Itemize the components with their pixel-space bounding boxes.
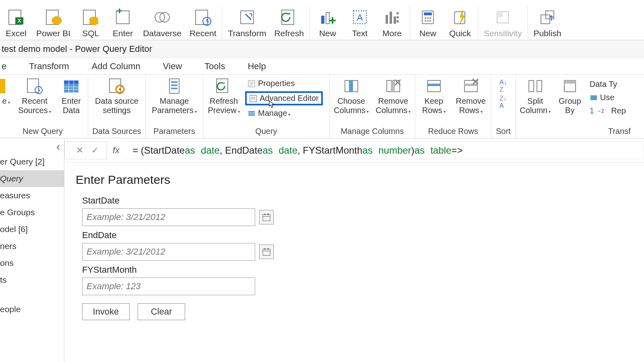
date-picker-button[interactable] bbox=[259, 210, 274, 224]
svg-rect-59 bbox=[171, 88, 178, 89]
formula-bar: ✕ ✓ fx = (StartDate as date , EndDate as… bbox=[64, 138, 644, 162]
recent-sources-button[interactable]: Recent bbox=[186, 0, 221, 40]
enter-parameters-panel: Enter Parameters StartDate EndDate bbox=[64, 162, 644, 320]
keep-rows-button[interactable]: KeepRows bbox=[418, 76, 450, 116]
svg-point-27 bbox=[396, 16, 399, 19]
properties-button[interactable]: Properties bbox=[245, 78, 323, 89]
choose-columns-button[interactable]: ChooseColumns bbox=[332, 76, 371, 116]
dataverse-button[interactable]: Dataverse bbox=[139, 0, 186, 40]
commit-formula-button[interactable]: ✓ bbox=[91, 145, 99, 156]
powerbi-button[interactable]: Power BI bbox=[32, 0, 74, 40]
clear-button[interactable]: Clear bbox=[138, 303, 185, 320]
svg-rect-42 bbox=[0, 79, 5, 93]
calendar-icon bbox=[262, 247, 271, 256]
enter-data-button[interactable]: EnterData bbox=[57, 76, 85, 116]
tab-help[interactable]: Help bbox=[236, 59, 277, 74]
svg-rect-78 bbox=[427, 84, 440, 86]
fx-icon[interactable]: fx bbox=[113, 145, 120, 156]
invoke-button[interactable]: Invoke bbox=[82, 303, 130, 320]
fystartmonth-input[interactable] bbox=[82, 278, 255, 295]
svg-rect-18 bbox=[326, 12, 329, 24]
group-by-button[interactable]: GroupBy bbox=[556, 76, 584, 116]
svg-rect-65 bbox=[250, 95, 256, 102]
date-picker-button[interactable] bbox=[259, 245, 274, 259]
refresh-button[interactable]: Refresh bbox=[270, 0, 308, 40]
enddate-input[interactable] bbox=[82, 243, 255, 261]
svg-rect-88 bbox=[263, 214, 270, 221]
pq-home-ribbon: e RecentSources EnterData New Query Data… bbox=[0, 75, 644, 138]
excel-button[interactable]: X Excel bbox=[0, 0, 32, 40]
svg-rect-74 bbox=[391, 80, 395, 92]
publish-button[interactable]: Publish bbox=[529, 0, 565, 40]
svg-line-14 bbox=[207, 21, 209, 22]
queries-pane: ‹ er Query [2] Query easures e Groups od… bbox=[0, 138, 64, 362]
svg-point-31 bbox=[425, 17, 426, 19]
transform-data-button[interactable]: Transform bbox=[224, 0, 270, 40]
formula-text[interactable]: = (StartDate as date , EndDate as date ,… bbox=[125, 142, 644, 159]
svg-rect-80 bbox=[464, 84, 477, 86]
sensitivity-button: Sensitivity bbox=[480, 0, 526, 40]
enter-data-button[interactable]: Enter bbox=[107, 0, 139, 40]
query-item[interactable]: e Groups bbox=[0, 204, 64, 221]
query-item[interactable]: eople bbox=[0, 288, 64, 318]
powerbi-home-ribbon: X Excel Power BI SQL Enter Dataverse Rec… bbox=[0, 0, 644, 40]
new-source-cut[interactable]: e bbox=[0, 76, 12, 107]
replace-values-button[interactable]: 1→2 Rep bbox=[587, 105, 628, 116]
tab-tools[interactable]: Tools bbox=[193, 59, 236, 74]
param-label: StartDate bbox=[82, 195, 644, 206]
svg-rect-25 bbox=[394, 16, 396, 24]
sort-desc-button[interactable]: Z↓A bbox=[500, 95, 507, 109]
refresh-preview-button[interactable]: RefreshPreview bbox=[206, 76, 242, 116]
svg-rect-86 bbox=[564, 80, 576, 84]
query-item[interactable]: ts bbox=[0, 272, 64, 288]
split-column-button[interactable]: SplitColumn bbox=[518, 76, 553, 116]
query-item[interactable]: ons bbox=[0, 255, 64, 272]
query-item-selected[interactable]: Query bbox=[0, 170, 64, 187]
more-visuals-button[interactable]: More bbox=[376, 0, 408, 40]
svg-point-36 bbox=[429, 20, 431, 22]
svg-rect-68 bbox=[248, 111, 255, 116]
queries-header[interactable]: er Query [2] bbox=[0, 153, 64, 170]
svg-rect-16 bbox=[282, 10, 294, 25]
svg-rect-39 bbox=[497, 12, 503, 17]
remove-columns-button[interactable]: RemoveColumns bbox=[374, 76, 413, 116]
startdate-input[interactable] bbox=[82, 208, 255, 226]
data-source-settings-button[interactable]: Data sourcesettings bbox=[91, 76, 143, 116]
svg-rect-24 bbox=[390, 12, 392, 24]
svg-rect-57 bbox=[171, 81, 178, 83]
svg-point-32 bbox=[427, 17, 429, 19]
data-type-button[interactable]: Data Ty bbox=[587, 79, 628, 90]
query-item[interactable]: ners bbox=[0, 238, 64, 255]
advanced-editor-button[interactable]: Advanced Editor bbox=[245, 91, 323, 105]
param-label: EndDate bbox=[82, 230, 644, 241]
window-title: test demo model - Power Query Editor bbox=[0, 40, 644, 58]
tab-view[interactable]: View bbox=[152, 59, 193, 74]
quick-measure-button[interactable]: Quick bbox=[444, 0, 476, 40]
sort-asc-button[interactable]: A↓Z bbox=[500, 79, 507, 93]
new-visual-button[interactable]: New bbox=[312, 0, 344, 40]
calendar-icon bbox=[262, 213, 271, 222]
new-measure-button[interactable]: New bbox=[412, 0, 444, 40]
svg-rect-92 bbox=[263, 249, 270, 255]
svg-point-4 bbox=[52, 16, 62, 25]
svg-rect-17 bbox=[321, 16, 324, 24]
tab-transform[interactable]: Transform bbox=[18, 59, 80, 74]
manage-parameters-button[interactable]: ManageParameters bbox=[148, 76, 200, 116]
remove-rows-button[interactable]: RemoveRows bbox=[453, 76, 489, 116]
collapse-pane-button[interactable]: ‹ bbox=[0, 138, 64, 153]
recent-sources-button[interactable]: RecentSources bbox=[15, 76, 54, 116]
svg-rect-72 bbox=[349, 80, 353, 92]
parameters-title: Enter Parameters bbox=[76, 173, 644, 187]
query-item[interactable]: easures bbox=[0, 187, 64, 204]
tab-home-cut[interactable]: e bbox=[0, 59, 18, 74]
manage-query-button[interactable]: Manage bbox=[245, 108, 323, 119]
svg-rect-6 bbox=[116, 11, 129, 24]
svg-point-33 bbox=[429, 17, 431, 19]
query-item[interactable]: odel [6] bbox=[0, 221, 64, 238]
text-box-button[interactable]: A Text bbox=[344, 0, 376, 40]
tab-add-column[interactable]: Add Column bbox=[80, 59, 152, 74]
use-first-row-button[interactable]: Use bbox=[587, 92, 628, 103]
cancel-formula-button[interactable]: ✕ bbox=[76, 145, 83, 156]
svg-rect-23 bbox=[386, 15, 388, 24]
sql-button[interactable]: SQL bbox=[74, 0, 107, 40]
